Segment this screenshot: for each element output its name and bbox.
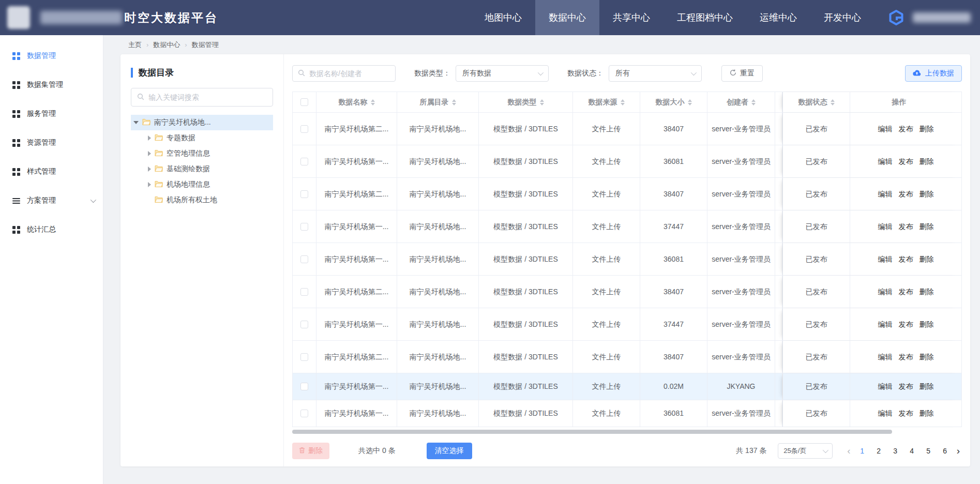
delete-action[interactable]: 删除	[919, 381, 934, 391]
table-search-box[interactable]	[292, 65, 396, 82]
page-number-button[interactable]: 4	[905, 444, 919, 458]
delete-action[interactable]: 删除	[919, 254, 934, 264]
row-checkbox[interactable]	[300, 353, 308, 361]
sidebar-item[interactable]: 资源管理	[0, 128, 103, 157]
delete-action[interactable]: 删除	[919, 189, 934, 199]
row-checkbox[interactable]	[300, 158, 308, 165]
publish-action[interactable]: 发布	[899, 381, 913, 391]
publish-action[interactable]: 发布	[899, 286, 913, 297]
table-search-input[interactable]	[309, 69, 390, 78]
page-number-button[interactable]: 5	[922, 444, 936, 458]
edit-action[interactable]: 编辑	[878, 124, 893, 134]
table-row[interactable]: 南宁吴圩机场第一... 南宁吴圩机场地... 模型数据 / 3DTILES 文件…	[293, 373, 962, 400]
breadcrumb-item[interactable]: 数据管理	[180, 40, 218, 50]
sidebar-item[interactable]: 样式管理	[0, 157, 103, 186]
table-row[interactable]: 南宁吴圩机场第二... 南宁吴圩机场地... 模型数据 / 3DTILES 文件…	[293, 341, 962, 373]
column-header[interactable]: 数据类型	[479, 92, 573, 112]
table-row[interactable]: 南宁吴圩机场第二... 南宁吴圩机场地... 模型数据 / 3DTILES 文件…	[293, 113, 962, 145]
tree-node[interactable]: 基础测绘数据	[131, 161, 273, 177]
top-nav-item[interactable]: 运维中心	[746, 0, 810, 35]
sort-icon[interactable]	[371, 97, 375, 108]
sidebar-item[interactable]: 数据集管理	[0, 70, 103, 99]
table-row[interactable]: 南宁吴圩机场第一... 南宁吴圩机场地... 模型数据 / 3DTILES 文件…	[293, 243, 962, 276]
tree-node[interactable]: 空管地理信息	[131, 146, 273, 161]
row-checkbox[interactable]	[300, 125, 308, 133]
column-header[interactable]: 创建者	[707, 92, 775, 112]
table-row[interactable]: 南宁吴圩机场第二... 南宁吴圩机场地... 模型数据 / 3DTILES 文件…	[293, 178, 962, 210]
sort-icon[interactable]	[688, 97, 692, 108]
page-size-select[interactable]: 25条/页	[778, 443, 833, 459]
page-number-button[interactable]: 3	[888, 444, 902, 458]
caret-right-icon[interactable]	[148, 135, 151, 141]
edit-action[interactable]: 编辑	[878, 381, 893, 391]
column-header[interactable]: 数据状态	[783, 92, 850, 112]
reset-button[interactable]: 重置	[721, 65, 763, 82]
row-checkbox[interactable]	[300, 255, 308, 263]
clear-selection-button[interactable]: 清空选择	[427, 443, 472, 459]
edit-action[interactable]: 编辑	[878, 286, 893, 297]
breadcrumb-item[interactable]: 数据中心	[142, 40, 180, 50]
username-redacted[interactable]	[913, 12, 971, 23]
sidebar-item[interactable]: 数据管理	[0, 41, 103, 70]
column-header[interactable]: 数据来源	[573, 92, 640, 112]
edit-action[interactable]: 编辑	[878, 408, 893, 418]
publish-action[interactable]: 发布	[899, 319, 913, 329]
sidebar-item[interactable]: 统计汇总	[0, 215, 103, 244]
horizontal-scrollbar-thumb[interactable]	[292, 430, 892, 434]
sidebar-item[interactable]: 方案管理	[0, 186, 103, 215]
tree-node[interactable]: 机场地理信息	[131, 177, 273, 192]
row-checkbox[interactable]	[300, 288, 308, 296]
sidebar-item[interactable]: 服务管理	[0, 99, 103, 128]
sort-icon[interactable]	[452, 97, 456, 108]
table-row[interactable]: 南宁吴圩机场第一... 南宁吴圩机场地... 模型数据 / 3DTILES 文件…	[293, 400, 962, 427]
top-nav-item[interactable]: 工程图档中心	[664, 0, 746, 35]
publish-action[interactable]: 发布	[899, 124, 913, 134]
top-nav-item[interactable]: 共享中心	[599, 0, 664, 35]
publish-action[interactable]: 发布	[899, 221, 913, 232]
edit-action[interactable]: 编辑	[878, 156, 893, 167]
edit-action[interactable]: 编辑	[878, 254, 893, 264]
edit-action[interactable]: 编辑	[878, 221, 893, 232]
top-nav-item[interactable]: 开发中心	[810, 0, 875, 35]
edit-action[interactable]: 编辑	[878, 352, 893, 362]
row-checkbox[interactable]	[300, 190, 308, 198]
table-row[interactable]: 南宁吴圩机场第一... 南宁吴圩机场地... 模型数据 / 3DTILES 文件…	[293, 210, 962, 243]
row-checkbox[interactable]	[300, 410, 308, 417]
top-nav-item[interactable]: 地图中心	[471, 0, 535, 35]
publish-action[interactable]: 发布	[899, 408, 913, 418]
tree-search-input[interactable]	[148, 93, 267, 101]
tree-node[interactable]: 专题数据	[131, 130, 273, 146]
sort-icon[interactable]	[831, 97, 835, 108]
row-checkbox[interactable]	[300, 383, 308, 390]
edit-action[interactable]: 编辑	[878, 189, 893, 199]
caret-right-icon[interactable]	[148, 151, 151, 156]
caret-right-icon[interactable]	[148, 167, 151, 172]
caret-down-icon[interactable]	[133, 121, 139, 124]
tree-search-box[interactable]	[131, 88, 273, 107]
caret-right-icon[interactable]	[148, 182, 151, 187]
select-all-checkbox[interactable]	[300, 98, 308, 106]
data-type-select[interactable]: 所有数据	[456, 65, 549, 82]
tree-node-root[interactable]: 南宁吴圩机场地...	[131, 115, 273, 130]
prev-page-button[interactable]: ‹	[845, 445, 852, 457]
publish-action[interactable]: 发布	[899, 254, 913, 264]
publish-action[interactable]: 发布	[899, 156, 913, 167]
delete-action[interactable]: 删除	[919, 124, 934, 134]
row-checkbox[interactable]	[300, 321, 308, 328]
page-number-button[interactable]: 2	[872, 444, 886, 458]
upload-data-button[interactable]: 上传数据	[905, 65, 962, 82]
publish-action[interactable]: 发布	[899, 189, 913, 199]
breadcrumb-item[interactable]: 主页	[128, 40, 142, 50]
delete-action[interactable]: 删除	[919, 286, 934, 297]
sort-icon[interactable]	[751, 97, 756, 108]
sort-icon[interactable]	[621, 97, 625, 108]
batch-delete-button[interactable]: 删除	[292, 443, 329, 459]
table-row[interactable]: 南宁吴圩机场第一... 南宁吴圩机场地... 模型数据 / 3DTILES 文件…	[293, 308, 962, 341]
page-number-button[interactable]: 1	[855, 444, 869, 458]
next-page-button[interactable]: ›	[955, 445, 962, 457]
publish-action[interactable]: 发布	[899, 352, 913, 362]
page-number-button[interactable]: 6	[938, 444, 952, 458]
delete-action[interactable]: 删除	[919, 319, 934, 329]
column-header[interactable]: 数据名称	[316, 92, 397, 112]
column-header[interactable]: 操作	[850, 92, 962, 112]
